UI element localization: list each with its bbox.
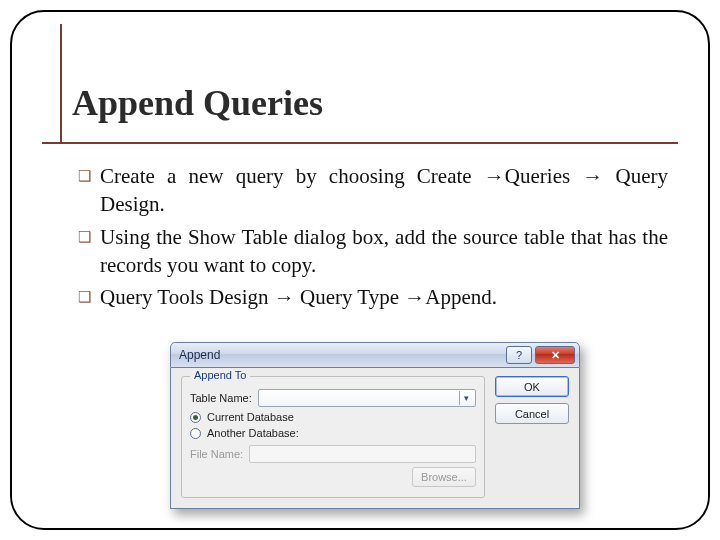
dialog-right-pane: OK Cancel xyxy=(495,376,569,498)
radio-another-database[interactable] xyxy=(190,428,201,439)
radio-current-database[interactable] xyxy=(190,412,201,423)
bullet-icon: ❑ xyxy=(78,227,100,280)
list-item: ❑ Create a new query by choosing Create … xyxy=(78,162,668,219)
list-item: ❑ Query Tools Design → Query Type →Appen… xyxy=(78,283,668,311)
slide-title: Append Queries xyxy=(66,82,329,124)
append-dialog: Append ? ✕ Append To Table Name: ▾ xyxy=(170,342,580,509)
dialog-title: Append xyxy=(179,348,503,362)
table-name-combo[interactable]: ▾ xyxy=(258,389,476,407)
radio-another-row[interactable]: Another Database: xyxy=(190,427,476,439)
browse-button: Browse... xyxy=(412,467,476,487)
radio-current-row[interactable]: Current Database xyxy=(190,411,476,423)
chevron-down-icon: ▾ xyxy=(459,391,473,405)
slide-content: ❑ Create a new query by choosing Create … xyxy=(78,162,668,316)
close-icon: ✕ xyxy=(551,349,560,362)
file-name-input xyxy=(249,445,476,463)
radio-current-label: Current Database xyxy=(207,411,294,423)
dialog-left-pane: Append To Table Name: ▾ Current Database… xyxy=(181,376,485,498)
browse-row: Browse... xyxy=(190,467,476,487)
table-name-label: Table Name: xyxy=(190,392,252,404)
decor-line-vertical xyxy=(60,24,62,142)
bullet-text: Using the Show Table dialog box, add the… xyxy=(100,223,668,280)
append-to-group: Append To Table Name: ▾ Current Database… xyxy=(181,376,485,498)
ok-button[interactable]: OK xyxy=(495,376,569,397)
slide-frame: Append Queries ❑ Create a new query by c… xyxy=(10,10,710,530)
radio-another-label: Another Database: xyxy=(207,427,299,439)
file-name-row: File Name: xyxy=(190,445,476,463)
decor-line-horizontal xyxy=(42,142,678,144)
group-label: Append To xyxy=(190,369,250,381)
dialog-titlebar[interactable]: Append ? ✕ xyxy=(170,342,580,368)
bullet-icon: ❑ xyxy=(78,166,100,219)
close-button[interactable]: ✕ xyxy=(535,346,575,364)
bullet-text: Create a new query by choosing Create →Q… xyxy=(100,162,668,219)
bullet-icon: ❑ xyxy=(78,287,100,311)
cancel-button[interactable]: Cancel xyxy=(495,403,569,424)
dialog-body: Append To Table Name: ▾ Current Database… xyxy=(170,368,580,509)
bullet-text: Query Tools Design → Query Type →Append. xyxy=(100,283,668,311)
file-name-label: File Name: xyxy=(190,448,243,460)
help-button[interactable]: ? xyxy=(506,346,532,364)
table-name-row: Table Name: ▾ xyxy=(190,389,476,407)
list-item: ❑ Using the Show Table dialog box, add t… xyxy=(78,223,668,280)
